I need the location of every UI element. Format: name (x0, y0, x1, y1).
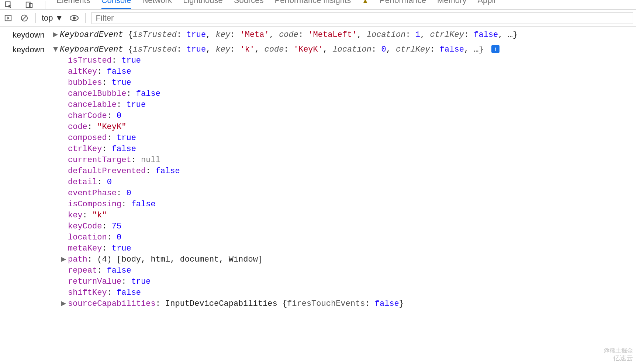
filter-input[interactable] (91, 12, 633, 24)
property-value: false (131, 200, 156, 209)
log-entry: keydown ▼ KeyboardEvent {isTrusted: true… (0, 44, 636, 55)
property-value: false (107, 266, 131, 275)
inspect-icon[interactable] (4, 0, 13, 10)
property-value: 0 (117, 111, 121, 120)
log-label: keydown (13, 44, 48, 55)
clear-console-icon[interactable] (19, 13, 30, 23)
property-value: false (156, 167, 180, 176)
warning-icon: ▲ (362, 0, 369, 5)
property-row: defaultPrevented: false (68, 166, 636, 177)
property-key: code (68, 122, 87, 132)
property-key: sourceCapabilities (68, 299, 156, 308)
property-row: currentTarget: null (68, 155, 636, 166)
object-properties: isTrusted: truealtKey: falsebubbles: tru… (0, 55, 636, 309)
property-value: 0 (117, 233, 121, 242)
property-key: isComposing (68, 200, 121, 209)
live-expression-icon[interactable] (69, 13, 79, 23)
property-value: null (141, 155, 160, 165)
property-row: location: 0 (68, 232, 636, 243)
property-row: cancelBubble: false (68, 88, 636, 99)
property-value: 75 (112, 222, 121, 231)
property-key: firesTouchEvents (287, 299, 365, 308)
chevron-down-icon: ▼ (55, 13, 63, 23)
property-row: bubbles: true (68, 77, 636, 88)
property-row: metaKey: true (68, 243, 636, 254)
divider (85, 13, 86, 23)
property-key: detail (68, 178, 97, 187)
property-row: detail: 0 (68, 177, 636, 188)
property-key: shiftKey (68, 288, 107, 297)
property-key: ctrlKey (68, 144, 102, 154)
property-value: true (112, 244, 131, 253)
device-toggle-icon[interactable] (24, 0, 34, 10)
tab-performance[interactable]: Performance (380, 0, 426, 7)
property-row: isComposing: false (68, 199, 636, 210)
property-row: isTrusted: true (68, 55, 636, 66)
tab-elements[interactable]: Elements (56, 0, 90, 7)
property-row: key: "k" (68, 210, 636, 221)
object-class: InputDeviceCapabilities (165, 299, 282, 308)
property-key: bubbles (68, 78, 102, 87)
svg-point-7 (73, 17, 76, 20)
property-key: charCode (68, 111, 107, 120)
array-length: (4) (97, 255, 112, 264)
property-row: shiftKey: false (68, 287, 636, 298)
property-key: isTrusted (68, 56, 112, 65)
log-entry: keydown ▶ KeyboardEvent {isTrusted: true… (0, 29, 636, 41)
tab-lighthouse[interactable]: Lighthouse (183, 0, 223, 7)
property-row: code: "KeyK" (68, 122, 636, 133)
object-summary[interactable]: KeyboardEvent {isTrusted: true, key: 'Me… (60, 29, 518, 41)
property-value: true (131, 277, 151, 286)
property-value: 0 (107, 178, 112, 187)
array-item: html (151, 255, 170, 264)
property-key: altKey (68, 67, 97, 76)
property-key: metaKey (68, 244, 102, 253)
array-item: document (180, 255, 219, 264)
property-key: cancelable (68, 100, 117, 109)
devtools-tab-bar: Elements Console Network Lighthouse Sour… (0, 0, 636, 10)
property-value: false (107, 67, 131, 76)
disclosure-expanded-icon[interactable]: ▼ (53, 44, 59, 55)
tab-memory[interactable]: Memory (437, 0, 466, 7)
disclosure-collapsed-icon[interactable]: ▶ (61, 254, 67, 265)
property-key: defaultPrevented (68, 167, 146, 176)
disclosure-collapsed-icon[interactable]: ▶ (61, 298, 67, 309)
property-value: true (117, 133, 136, 143)
property-key: returnValue (68, 277, 121, 286)
tab-network[interactable]: Network (142, 0, 172, 7)
toggle-sidebar-icon[interactable] (3, 13, 13, 23)
property-row: composed: true (68, 133, 636, 144)
property-value: "k" (92, 211, 107, 220)
property-key: keyCode (68, 222, 102, 231)
property-row-sourcecapabilities: ▶sourceCapabilities: InputDeviceCapabili… (68, 298, 636, 309)
log-label: keydown (13, 29, 48, 41)
svg-line-5 (23, 16, 27, 20)
context-label: top (42, 13, 53, 23)
divider (35, 13, 36, 23)
context-selector[interactable]: top ▼ (42, 13, 63, 23)
property-row: eventPhase: 0 (68, 188, 636, 199)
property-value: false (136, 89, 160, 98)
property-value: false (375, 299, 399, 308)
property-key: currentTarget (68, 155, 131, 165)
info-badge-icon[interactable]: i (491, 45, 500, 53)
property-key: cancelBubble (68, 89, 126, 98)
console-output: keydown ▶ KeyboardEvent {isTrusted: true… (0, 27, 636, 314)
tab-sources[interactable]: Sources (234, 0, 264, 7)
object-summary[interactable]: KeyboardEvent {isTrusted: true, key: 'k'… (60, 44, 500, 55)
tab-performance-insights[interactable]: Performance insights (275, 0, 351, 7)
array-item: Window (229, 255, 258, 264)
property-value: false (117, 288, 141, 297)
tab-application[interactable]: Appli (477, 0, 495, 7)
property-value: "KeyK" (97, 122, 126, 132)
property-value: false (112, 144, 136, 154)
array-item: body (121, 255, 141, 264)
tab-console[interactable]: Console (101, 0, 131, 7)
property-row: cancelable: true (68, 99, 636, 111)
property-row: ctrlKey: false (68, 144, 636, 155)
disclosure-collapsed-icon[interactable]: ▶ (53, 29, 59, 41)
property-key: eventPhase (68, 189, 117, 198)
property-row: keyCode: 75 (68, 221, 636, 232)
property-key: key (68, 211, 83, 220)
property-key: path (68, 255, 87, 264)
